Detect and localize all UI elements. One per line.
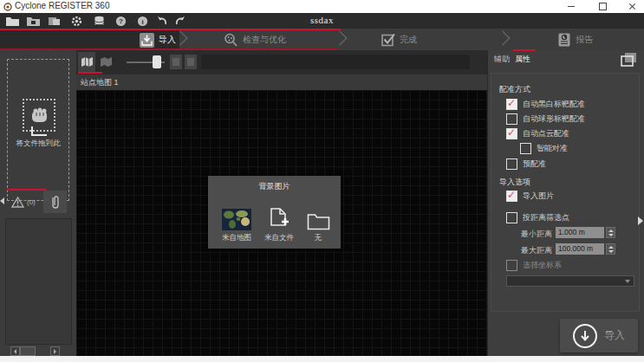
checkbox-row-distance-filter[interactable]: 按距离筛选点 — [506, 210, 569, 225]
option-label: 无 — [315, 233, 322, 245]
option-from-file[interactable]: 来自文件 — [258, 195, 300, 245]
info-icon[interactable]: i — [135, 16, 150, 27]
step-up-icon[interactable] — [608, 229, 614, 232]
layout-windows-icon[interactable] — [621, 52, 638, 68]
canvas-tool-button-2[interactable] — [185, 55, 197, 69]
checkbox-row-bw-target[interactable]: 自动黑白标靶配准 — [506, 97, 585, 112]
expand-panel-icon[interactable] — [638, 217, 643, 225]
min-distance-label: 最小距离 — [521, 229, 552, 240]
undo-icon[interactable] — [155, 16, 170, 27]
finalize-check-icon — [381, 33, 395, 47]
max-distance-field[interactable]: 100.000 m — [556, 243, 604, 255]
tab-assist[interactable]: 辅助 — [494, 54, 510, 65]
max-distance-label: 最大距离 — [521, 245, 552, 256]
folded-map-icon — [81, 56, 94, 68]
redo-icon[interactable] — [172, 16, 187, 27]
minimize-button[interactable] — [562, 0, 581, 13]
stage-label: 导入 — [159, 34, 176, 46]
download-circle-icon — [573, 324, 597, 348]
checkbox-checked-icon[interactable] — [506, 191, 517, 202]
import-button-label: 导入 — [604, 328, 625, 343]
option-from-map[interactable]: 来自地图 — [215, 195, 258, 245]
attachments-tab[interactable] — [43, 191, 67, 213]
svg-text:i: i — [141, 18, 143, 26]
chevron-down-icon — [625, 280, 630, 283]
triangle-left-icon — [14, 349, 16, 354]
checkbox-row-sphere-target[interactable]: 自动球形标靶配准 — [506, 112, 585, 126]
warning-triangle-icon — [11, 197, 24, 208]
maximize-icon — [599, 3, 607, 10]
step-down-icon[interactable] — [608, 234, 614, 236]
stage-review-optimize[interactable]: 检查与优化 — [224, 32, 286, 48]
sitemap-tab-active[interactable] — [78, 52, 95, 72]
checkbox-row-coordinate-system[interactable]: 选择坐标系 — [506, 258, 562, 273]
stage-finalize[interactable]: 完成 — [381, 32, 417, 48]
checkbox-label: 自动黑白标靶配准 — [523, 99, 585, 110]
tab-properties[interactable]: 属性 — [515, 54, 530, 65]
review-magnifier-icon — [224, 33, 238, 48]
checkbox-label: 导入图片 — [523, 191, 554, 202]
checkbox-row-pre-registration[interactable]: 预配准 — [506, 157, 546, 171]
warnings-tab[interactable]: (0) — [11, 191, 36, 213]
checkbox-row-smart-align[interactable]: 智能对准 — [520, 141, 568, 156]
max-distance-stepper[interactable] — [606, 243, 615, 255]
gear-icon[interactable] — [69, 16, 84, 27]
stage-label: 报告 — [576, 34, 593, 46]
checkbox-checked-icon[interactable] — [506, 128, 517, 139]
drop-corner-bracket — [31, 126, 47, 136]
min-distance-stepper[interactable] — [606, 227, 615, 238]
step-down-icon[interactable] — [608, 250, 614, 253]
database-icon[interactable] — [92, 16, 107, 27]
import-button[interactable]: 导入 — [560, 319, 638, 352]
empty-folder-icon — [307, 212, 330, 230]
canvas-tool-button-1[interactable] — [170, 55, 182, 69]
archive-box-icon[interactable] — [47, 16, 62, 27]
world-map-icon — [222, 209, 251, 230]
collapse-sidebar-icon[interactable] — [0, 197, 4, 204]
window-bottom-edge — [0, 356, 644, 362]
checkbox-label: 选择坐标系 — [523, 260, 562, 271]
step-up-icon[interactable] — [608, 246, 614, 249]
option-none[interactable]: 无 — [300, 195, 336, 245]
background-image-dialog: 背景图片 来自地图 来自文件 无 — [208, 176, 341, 249]
close-button[interactable] — [622, 0, 641, 13]
minimize-icon — [568, 6, 575, 7]
horizontal-scrollbar-thumb[interactable] — [20, 346, 36, 356]
sitemap-tab-add[interactable] — [97, 52, 114, 72]
maximize-button[interactable] — [593, 0, 612, 13]
window-title: Cyclone REGISTER 360 — [15, 1, 110, 10]
coordinate-system-dropdown[interactable] — [506, 275, 634, 287]
checkbox-icon[interactable] — [506, 113, 517, 125]
stage-label: 完成 — [400, 34, 417, 46]
sidebar-list-panel — [5, 218, 72, 345]
tool-glyph — [187, 58, 194, 66]
grab-hand-icon — [29, 104, 51, 126]
checkbox-icon[interactable] — [506, 158, 517, 170]
help-icon[interactable]: ? — [114, 16, 128, 27]
open-folder-icon[interactable] — [5, 16, 20, 27]
sitemap-label-bar — [76, 74, 487, 91]
checkbox-icon[interactable] — [506, 212, 517, 223]
stage-import[interactable]: 导入 — [140, 32, 176, 48]
report-doc-icon — [557, 33, 571, 47]
stage-label: 检查与优化 — [243, 34, 286, 46]
checkbox-icon[interactable] — [520, 143, 531, 154]
sidebar-tab-underline — [7, 189, 46, 191]
cyclone-register-360-window: Cyclone REGISTER 360 ssdax ? i 导入 — [0, 0, 644, 362]
stage-report[interactable]: 报告 — [557, 32, 593, 48]
save-folder-icon[interactable] — [26, 16, 41, 27]
sitemap-tab-underline — [78, 72, 102, 74]
zoom-slider-handle[interactable] — [153, 55, 161, 68]
checkbox-row-cloud-registration[interactable]: 自动点云配准 — [506, 126, 569, 141]
checkbox-icon[interactable] — [506, 260, 517, 271]
scroll-left-button[interactable] — [10, 346, 20, 356]
scroll-right-button[interactable] — [50, 346, 60, 356]
checkbox-checked-icon[interactable] — [506, 99, 517, 110]
dropzone-label: 将文件拖到此 — [3, 139, 73, 149]
min-distance-field[interactable]: 1.000 m — [556, 227, 604, 238]
close-icon — [628, 3, 636, 10]
import-tray-icon — [140, 33, 154, 48]
section-registration-method: 配准方式 — [499, 84, 530, 95]
checkbox-row-import-images[interactable]: 导入图片 — [506, 189, 554, 204]
option-label: 来自文件 — [264, 233, 294, 245]
